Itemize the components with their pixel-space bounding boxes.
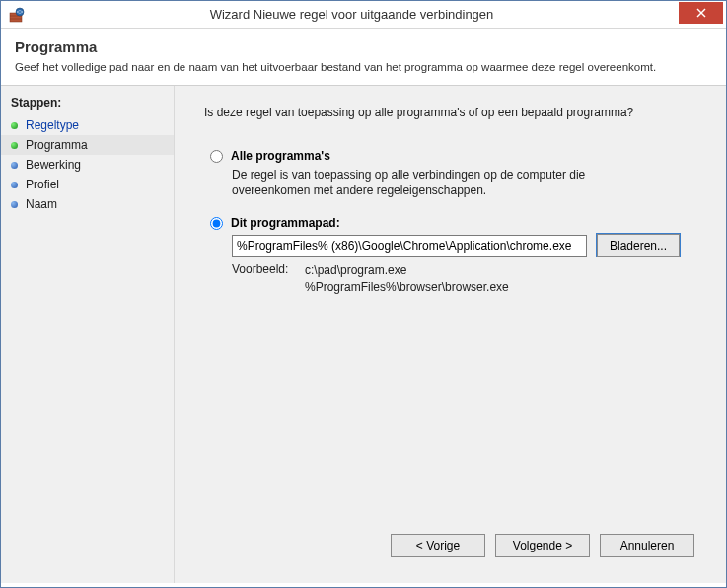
back-button[interactable]: < Vorige [391,534,485,557]
option-all-description: De regel is van toepassing op alle verbi… [232,167,656,198]
program-path-row: Bladeren... [232,234,700,257]
option-all-programs[interactable]: Alle programma's [210,149,700,163]
step-naam[interactable]: Naam [1,194,174,214]
option-program-path[interactable]: Dit programmapad: [210,216,700,230]
cancel-button[interactable]: Annuleren [600,534,694,557]
example-line-1: c:\pad\program.exe [305,262,509,278]
window-title: Wizard Nieuwe regel voor uitgaande verbi… [25,7,679,22]
steps-list: Regeltype Programma Bewerking Profiel Na… [1,115,174,214]
question-text: Is deze regel van toepassing op alle pro… [204,106,700,119]
example-block: Voorbeeld: c:\pad\program.exe %ProgramFi… [232,262,700,294]
page-description: Geef het volledige pad naar en de naam v… [15,61,712,73]
option-path-label: Dit programmapad: [231,216,340,230]
bullet-icon [11,162,18,169]
bullet-icon [11,182,18,188]
wizard-body: Stappen: Regeltype Programma Bewerking P… [1,86,726,583]
bullet-icon [11,201,18,208]
step-label: Bewerking [26,158,81,172]
option-all-label: Alle programma's [231,149,330,163]
close-icon [696,8,706,18]
step-regeltype[interactable]: Regeltype [1,115,174,135]
bullet-icon [11,142,18,149]
step-label: Naam [26,197,57,211]
bullet-icon [11,122,18,129]
steps-heading: Stappen: [1,96,174,115]
example-label: Voorbeeld: [232,262,305,294]
radio-program-path[interactable] [210,217,223,230]
wizard-header: Programma Geef het volledige pad naar en… [1,29,726,86]
option-group: Alle programma's De regel is van toepass… [210,149,700,295]
step-bewerking[interactable]: Bewerking [1,155,174,175]
main-panel: Is deze regel van toepassing op alle pro… [175,86,726,583]
step-label: Regeltype [26,118,79,132]
example-lines: c:\pad\program.exe %ProgramFiles%\browse… [305,262,509,294]
step-label: Programma [26,138,88,152]
example-line-2: %ProgramFiles%\browser\browser.exe [305,279,509,295]
radio-all-programs[interactable] [210,150,223,163]
program-path-input[interactable] [232,235,587,257]
close-button[interactable] [679,2,723,24]
titlebar: Wizard Nieuwe regel voor uitgaande verbi… [1,1,726,29]
step-programma[interactable]: Programma [1,135,174,155]
next-button[interactable]: Volgende > [495,534,590,557]
firewall-icon [9,7,25,23]
sidebar: Stappen: Regeltype Programma Bewerking P… [1,86,175,583]
step-label: Profiel [26,178,59,191]
browse-button[interactable]: Bladeren... [597,234,680,257]
page-title: Programma [15,38,712,55]
wizard-footer: < Vorige Volgende > Annuleren [204,522,700,573]
step-profiel[interactable]: Profiel [1,175,174,194]
